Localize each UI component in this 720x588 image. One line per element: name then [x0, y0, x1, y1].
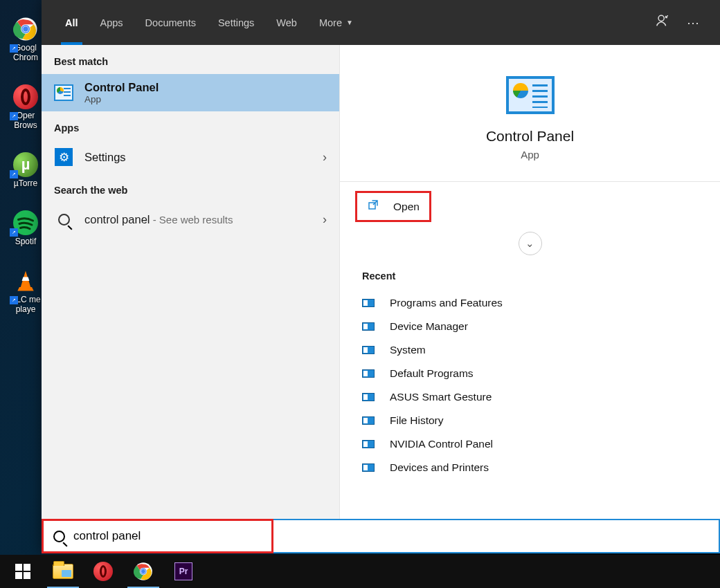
- recent-label: Programs and Features: [390, 297, 503, 309]
- result-settings-app[interactable]: ⚙ Settings ›: [42, 140, 339, 174]
- tab-settings[interactable]: Settings: [207, 0, 265, 45]
- recent-item[interactable]: Programs and Features: [362, 291, 698, 315]
- chevron-right-icon: ›: [323, 150, 327, 165]
- control-panel-mini-icon: [362, 299, 375, 307]
- svg-point-3: [23, 26, 28, 32]
- expand-actions-button[interactable]: ⌄: [519, 232, 542, 255]
- tab-label: Documents: [145, 17, 196, 28]
- web-suffix-text: - See web results: [150, 214, 233, 226]
- shortcut-badge-icon: ↗: [10, 296, 18, 304]
- icon-label: Spotif: [15, 237, 37, 246]
- more-options-icon[interactable]: ⋯: [678, 15, 708, 30]
- control-panel-mini-icon: [362, 322, 375, 331]
- taskbar-premiere[interactable]: Pr: [163, 555, 204, 588]
- web-query-text: control panel: [84, 213, 150, 226]
- section-best-match: Best match: [42, 45, 339, 74]
- start-button[interactable]: [3, 555, 43, 588]
- search-icon: [54, 210, 73, 229]
- control-panel-mini-icon: [362, 369, 375, 378]
- desktop-icon-utorrent[interactable]: µ ↗ µTorre: [10, 152, 42, 188]
- control-panel-mini-icon: [362, 463, 375, 472]
- result-title: Settings: [84, 151, 312, 164]
- tab-label: Web: [276, 17, 297, 28]
- recent-label: NVIDIA Control Panel: [390, 438, 493, 450]
- tab-label: More: [319, 17, 342, 28]
- section-apps: Apps: [42, 111, 339, 140]
- result-title: Control Panel: [84, 81, 327, 94]
- shortcut-badge-icon: ↗: [10, 170, 18, 178]
- premiere-icon: Pr: [174, 562, 192, 580]
- chrome-icon: [13, 17, 38, 42]
- search-input[interactable]: [73, 529, 262, 543]
- open-icon: [367, 199, 379, 214]
- tab-label: Apps: [100, 17, 123, 28]
- tab-web[interactable]: Web: [265, 0, 308, 45]
- tab-label: All: [65, 17, 78, 28]
- feedback-icon[interactable]: [647, 13, 678, 32]
- recent-item[interactable]: System: [362, 338, 698, 362]
- recent-label: Devices and Printers: [390, 461, 489, 474]
- control-panel-large-icon: [506, 76, 555, 114]
- desktop-icon-spotify[interactable]: ↗ Spotif: [10, 210, 42, 246]
- search-box-extension[interactable]: [273, 519, 720, 553]
- recent-item[interactable]: Default Programs: [362, 362, 698, 385]
- desktop-icons: Experie… ↗ Googl Chrom ↗ Oper Brows µ ↗ …: [10, 0, 42, 314]
- desktop-icon-vlc[interactable]: ↗ VLC me playe: [10, 268, 42, 314]
- svg-point-9: [141, 569, 145, 573]
- chevron-down-icon: ⌄: [525, 237, 534, 250]
- recent-label: Default Programs: [390, 367, 474, 380]
- recent-item[interactable]: NVIDIA Control Panel: [362, 432, 698, 456]
- result-control-panel[interactable]: Control Panel App: [42, 74, 339, 111]
- control-panel-mini-icon: [362, 440, 375, 448]
- recent-item[interactable]: Device Manager: [362, 315, 698, 338]
- recent-item[interactable]: ASUS Smart Gesture: [362, 385, 698, 409]
- tab-label: Settings: [218, 17, 254, 28]
- section-web: Search the web: [42, 174, 339, 203]
- preview-header: Control Panel App: [340, 45, 720, 182]
- chevron-right-icon: ›: [323, 212, 327, 227]
- icon-label: µTorre: [14, 178, 37, 188]
- taskbar-file-explorer[interactable]: [43, 555, 83, 588]
- search-body: Best match Control Panel App Apps ⚙ Sett…: [42, 45, 720, 519]
- tab-more[interactable]: More▼: [308, 0, 364, 45]
- chrome-icon: [134, 562, 153, 581]
- tab-documents[interactable]: Documents: [134, 0, 207, 45]
- recent-label: File History: [390, 414, 444, 427]
- recent-label: Device Manager: [390, 320, 468, 333]
- taskbar: Pr: [0, 555, 720, 588]
- recent-item[interactable]: File History: [362, 409, 698, 432]
- chevron-down-icon: ▼: [346, 19, 353, 26]
- preview-kind: App: [340, 149, 720, 160]
- shortcut-badge-icon: ↗: [10, 228, 18, 237]
- control-panel-mini-icon: [362, 393, 375, 401]
- taskbar-chrome[interactable]: [123, 555, 163, 588]
- recent-section: Recent Programs and Features Device Mana…: [340, 255, 720, 484]
- vlc-icon: [13, 268, 38, 293]
- control-panel-mini-icon: [362, 416, 375, 425]
- tab-all[interactable]: All: [54, 0, 89, 45]
- result-preview-pane: Control Panel App Open ⌄ Recent Programs…: [339, 45, 720, 519]
- open-action[interactable]: Open: [355, 191, 431, 222]
- recent-label: ASUS Smart Gesture: [390, 391, 492, 403]
- desktop-background: Experie… ↗ Googl Chrom ↗ Oper Brows µ ↗ …: [0, 0, 720, 588]
- svg-point-4: [658, 15, 664, 21]
- search-results-column: Best match Control Panel App Apps ⚙ Sett…: [42, 45, 339, 519]
- shortcut-badge-icon: ↗: [10, 112, 18, 120]
- settings-icon: ⚙: [54, 147, 73, 167]
- search-box[interactable]: [42, 519, 273, 553]
- desktop-icon-chrome[interactable]: ↗ Googl Chrom: [10, 17, 42, 62]
- result-subtitle: App: [84, 94, 327, 104]
- windows-logo-icon: [15, 564, 30, 579]
- tab-apps[interactable]: Apps: [89, 0, 134, 45]
- recent-item[interactable]: Devices and Printers: [362, 456, 698, 479]
- desktop-icon-opera[interactable]: ↗ Oper Brows: [10, 84, 42, 130]
- open-label: Open: [393, 201, 420, 213]
- opera-icon: [13, 84, 38, 109]
- opera-icon: [93, 562, 113, 581]
- control-panel-icon: [54, 83, 73, 102]
- recent-label: System: [390, 344, 426, 356]
- result-web-search[interactable]: control panel - See web results ›: [42, 203, 339, 236]
- taskbar-opera[interactable]: [83, 555, 123, 588]
- search-icon: [53, 531, 65, 542]
- search-tabs: All Apps Documents Settings Web More▼ ⋯: [42, 0, 720, 45]
